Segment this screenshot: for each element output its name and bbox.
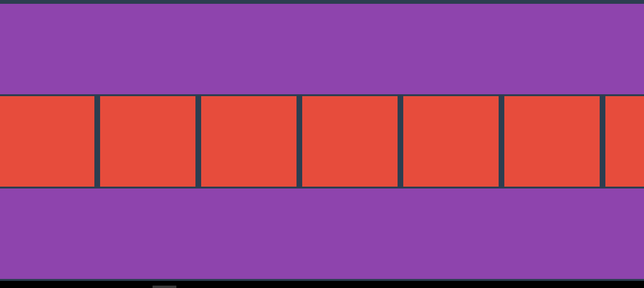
red-box — [504, 96, 600, 187]
red-box — [302, 96, 398, 187]
bottom-gray-segment — [153, 286, 176, 288]
horizontal-scroll-container[interactable] — [0, 0, 644, 281]
purple-panel-bottom — [0, 189, 644, 279]
red-box — [100, 96, 195, 187]
red-box — [605, 96, 644, 187]
purple-panel-top — [0, 4, 644, 94]
viewport — [0, 0, 644, 288]
bottom-black-bar — [0, 286, 644, 288]
content-area — [0, 0, 644, 281]
red-box-row — [0, 96, 644, 187]
red-box — [0, 96, 94, 187]
red-box — [403, 96, 499, 187]
top-dark-bar — [0, 0, 644, 4]
red-box — [201, 96, 296, 187]
